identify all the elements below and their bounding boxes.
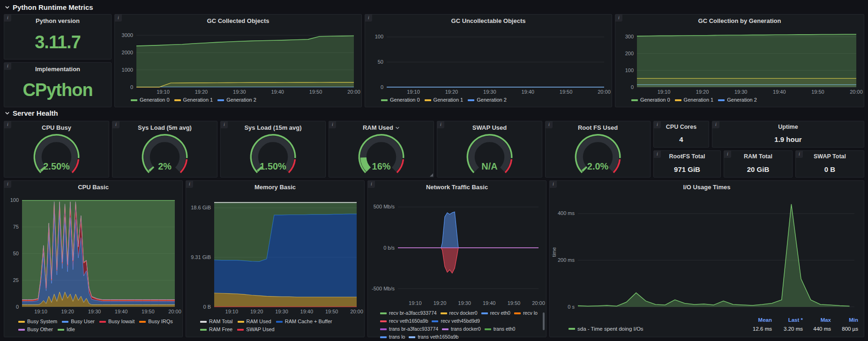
panel-title[interactable]: Memory Basic xyxy=(186,181,364,193)
legend-item[interactable]: RAM Free xyxy=(200,326,232,333)
legend-item[interactable]: Generation 1 xyxy=(425,96,464,103)
panel-title[interactable]: Python version xyxy=(4,15,111,27)
legend-item[interactable]: Generation 2 xyxy=(217,96,256,103)
panel-title[interactable]: Implementation xyxy=(4,63,111,75)
panel-info-icon[interactable]: i xyxy=(437,121,444,128)
chart-io-usage[interactable]: 0 s200 ms400 mstime xyxy=(551,193,862,311)
panel-info-icon[interactable]: i xyxy=(4,181,11,188)
section-header-server-health[interactable]: Server Health xyxy=(5,108,58,118)
legend-item[interactable]: trans eth0 xyxy=(485,326,516,332)
legend-item[interactable]: trans docker0 xyxy=(442,326,481,332)
legend-item[interactable]: sda - Time spent doing I/Os xyxy=(569,326,740,332)
legend-item[interactable]: Generation 0 xyxy=(381,96,420,103)
panel-info-icon[interactable]: i xyxy=(654,121,661,128)
panel-info-icon[interactable]: i xyxy=(4,121,11,128)
panel-title[interactable]: Root FS Used xyxy=(546,121,650,134)
panel-title[interactable]: Network Traffic Basic xyxy=(368,181,546,193)
chart-legend: recv br-a3facc933774recv docker0recv eth… xyxy=(380,310,540,335)
svg-text:0: 0 xyxy=(381,84,383,90)
legend-item[interactable]: Busy IRQs xyxy=(139,318,173,325)
legend-item[interactable]: recv veth1650a9b xyxy=(380,318,428,324)
panel-info-icon[interactable]: i xyxy=(186,181,193,188)
legend-item[interactable]: recv eth0 xyxy=(481,310,510,316)
legend-col-header[interactable]: Min xyxy=(831,317,858,323)
legend-item[interactable]: RAM Total xyxy=(200,318,233,325)
legend-item[interactable]: Busy Iowait xyxy=(99,318,135,325)
panel-resize-handle[interactable] xyxy=(430,173,433,177)
panel-root-fs-used: i Root FS Used 2.0% xyxy=(545,121,651,178)
panel-title[interactable]: RAM Used xyxy=(329,121,434,134)
panel-title[interactable]: SWAP Total xyxy=(796,151,864,162)
panel-title[interactable]: GC Uncollectable Objects xyxy=(365,15,612,27)
panel-info-icon[interactable]: i xyxy=(724,151,731,158)
panel-title[interactable]: Sys Load (5m avg) xyxy=(112,121,217,134)
legend-item[interactable]: Generation 1 xyxy=(675,96,714,103)
legend-item[interactable]: RAM Used xyxy=(238,318,271,325)
legend-item[interactable]: SWAP Used xyxy=(237,326,275,333)
panel-title[interactable]: RAM Total xyxy=(724,151,792,162)
chevron-down-icon xyxy=(5,111,10,116)
svg-text:19:30: 19:30 xyxy=(233,89,246,95)
legend-item[interactable]: Generation 1 xyxy=(174,96,213,103)
svg-text:19:20: 19:20 xyxy=(61,309,74,314)
legend-item[interactable]: Busy User xyxy=(62,318,95,325)
legend-col-header[interactable]: Max xyxy=(803,317,831,323)
panel-title[interactable]: GC Collected Objects xyxy=(115,15,361,27)
panel-info-icon[interactable]: i xyxy=(712,121,719,128)
legend-item[interactable]: trans lo xyxy=(380,334,405,340)
legend-item[interactable]: Idle xyxy=(58,326,75,333)
chart-network-traffic[interactable]: 500 Mb/s0 b/s-500 Mb/s19:1019:2019:3019:… xyxy=(369,193,544,307)
svg-text:0: 0 xyxy=(631,84,634,90)
panel-info-icon[interactable]: i xyxy=(115,15,122,22)
panel-title[interactable]: Uptime xyxy=(712,121,864,133)
panel-info-icon[interactable]: i xyxy=(329,121,336,128)
legend-item[interactable]: trans br-a3facc933774 xyxy=(380,326,438,332)
panel-title[interactable]: SWAP Used xyxy=(437,121,542,134)
legend-item[interactable]: recv veth45bd9d9 xyxy=(432,318,479,324)
panel-title[interactable]: RootFS Total xyxy=(654,151,720,162)
panel-info-icon[interactable]: i xyxy=(550,181,557,188)
panel-info-icon[interactable]: i xyxy=(368,181,375,188)
legend-item[interactable]: Busy Other xyxy=(18,326,53,333)
legend-item[interactable]: recv br-a3facc933774 xyxy=(380,310,437,316)
panel-title[interactable]: Sys Load (15m avg) xyxy=(221,121,325,134)
panel-title[interactable]: CPU Cores xyxy=(654,121,709,133)
legend-scrollbar[interactable] xyxy=(543,312,545,330)
panel-title[interactable]: I/O Usage Times xyxy=(550,181,864,193)
chart-cpu-basic[interactable]: 025507510019:1019:2019:3019:4019:5020:00 xyxy=(5,193,180,315)
gauge-sys-load-5m: 2% xyxy=(112,133,217,176)
panel-info-icon[interactable]: i xyxy=(546,121,553,128)
svg-text:19:10: 19:10 xyxy=(157,89,170,95)
legend-item[interactable]: Generation 2 xyxy=(718,96,757,103)
chart-gc-generation[interactable]: 010020030019:1019:2019:3019:4019:5020:00 xyxy=(616,27,862,96)
panel-info-icon[interactable]: i xyxy=(221,121,228,128)
panel-implementation: i Implementation CPython xyxy=(4,62,112,107)
chart-gc-collected[interactable]: 010002000300019:1019:2019:3019:4019:5020… xyxy=(116,27,359,96)
panel-info-icon[interactable]: i xyxy=(365,15,372,22)
legend-item[interactable]: RAM Cache + Buffer xyxy=(276,318,332,325)
panel-info-icon[interactable]: i xyxy=(4,63,11,70)
panel-title[interactable]: GC Collection by Generation xyxy=(615,15,864,27)
panel-info-icon[interactable]: i xyxy=(112,121,120,128)
panel-title[interactable]: CPU Busy xyxy=(4,121,109,134)
legend-item[interactable]: recv docker0 xyxy=(441,310,478,316)
legend-col-header[interactable]: Mean xyxy=(740,317,772,323)
chart-gc-uncollectable[interactable]: 05010019:1019:2019:3019:4019:5020:00 xyxy=(366,27,610,96)
legend-item[interactable]: Generation 2 xyxy=(468,96,507,103)
panel-info-icon[interactable]: i xyxy=(615,15,622,22)
legend-item[interactable]: trans veth1650a9b xyxy=(409,334,458,340)
legend-item[interactable]: Busy System xyxy=(18,318,57,325)
panel-title-text: SWAP Total xyxy=(814,151,846,162)
legend-col-header[interactable]: Last * xyxy=(772,317,803,323)
legend-item[interactable]: recv lo xyxy=(514,310,538,316)
section-header-python[interactable]: Python Runtime Metrics xyxy=(5,2,93,12)
legend-item[interactable]: Generation 0 xyxy=(131,96,170,103)
svg-text:19:40: 19:40 xyxy=(483,300,496,306)
svg-text:19:50: 19:50 xyxy=(142,309,155,314)
panel-info-icon[interactable]: i xyxy=(796,151,803,158)
panel-info-icon[interactable]: i xyxy=(4,15,11,22)
chart-memory-basic[interactable]: 0 B9.31 GiB18.6 GiB19:1019:2019:3019:401… xyxy=(187,193,362,315)
legend-item[interactable]: Generation 0 xyxy=(631,96,670,103)
panel-title[interactable]: CPU Basic xyxy=(4,181,182,193)
panel-info-icon[interactable]: i xyxy=(654,151,661,158)
